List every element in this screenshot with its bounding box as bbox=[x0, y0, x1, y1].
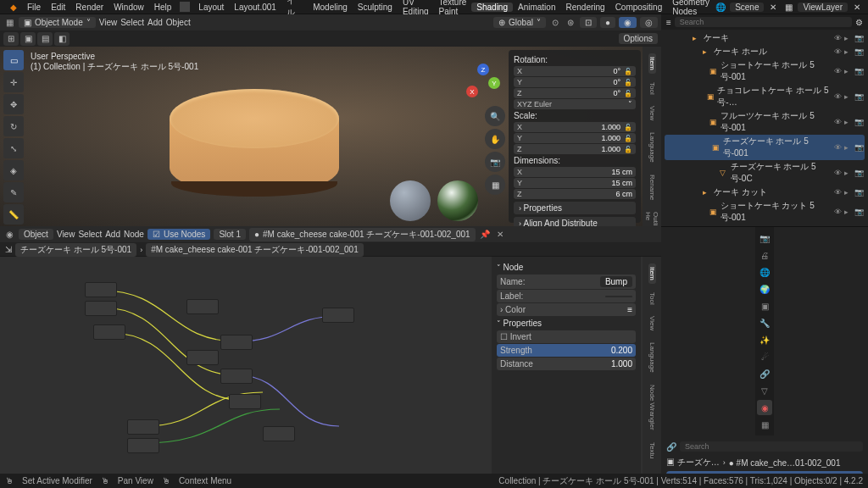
node-canvas[interactable]: ˅ Node Name:Bump Label: › Color≡ ˅ Prope… bbox=[0, 257, 661, 488]
panel-align[interactable]: › Align And Distribute bbox=[514, 217, 636, 226]
lock-icon[interactable]: 🔓 bbox=[624, 79, 632, 86]
eye-icon[interactable]: 👁 bbox=[834, 143, 843, 152]
tab-physics-icon[interactable]: ☄ bbox=[757, 349, 772, 364]
tab-particle-icon[interactable]: ✨ bbox=[757, 332, 772, 347]
tab-view[interactable]: View bbox=[648, 313, 656, 334]
link-icon[interactable]: 🔗 bbox=[666, 442, 676, 452]
measure-tool[interactable]: 📏 bbox=[3, 204, 24, 225]
editor-type-icon[interactable]: ▦ bbox=[3, 17, 15, 29]
mesh-cheesecake[interactable] bbox=[170, 89, 339, 208]
bread-material[interactable]: #M cake_cheese cake-001 チーズケーキ-001-002_0… bbox=[146, 243, 364, 257]
scale-y-field[interactable]: Y1.000🔓 bbox=[514, 133, 636, 143]
menu-select[interactable]: Select bbox=[78, 230, 102, 239]
node-label-input[interactable] bbox=[605, 296, 632, 297]
pan-icon[interactable]: ✋ bbox=[485, 129, 505, 149]
dim-y-field[interactable]: Y15 cm bbox=[514, 178, 636, 188]
lock-icon[interactable]: 🔓 bbox=[624, 146, 632, 153]
shading-wire[interactable]: ⊡ bbox=[580, 17, 597, 28]
annotate-tool[interactable]: ✎ bbox=[3, 182, 24, 202]
tab-world-icon[interactable]: 🌍 bbox=[757, 281, 772, 297]
tree-row[interactable]: ▸ケーキ ホール👁▸📷 bbox=[665, 45, 865, 58]
rot-x-field[interactable]: X0°🔓 bbox=[514, 66, 636, 76]
menu-object[interactable]: Object bbox=[166, 18, 191, 27]
lock-icon[interactable]: 🔓 bbox=[624, 135, 632, 142]
shader-node[interactable] bbox=[127, 419, 159, 435]
render-icon[interactable]: 📷 bbox=[854, 169, 863, 177]
ws-sculpting[interactable]: Sculpting bbox=[353, 3, 398, 12]
tab-output-icon[interactable]: 🖨 bbox=[757, 247, 772, 263]
tree-row[interactable]: ▸ケーキ👁▸📷 bbox=[665, 31, 865, 45]
mode-select[interactable]: ▣Object Mode ˅ bbox=[19, 17, 96, 28]
unlink-icon[interactable]: ✕ bbox=[767, 1, 779, 13]
tree-row[interactable]: ▣チョコレートケーキ ホール 5号-…👁▸📷 bbox=[665, 84, 865, 109]
unlink-icon[interactable]: ✕ bbox=[851, 1, 863, 13]
shader-node[interactable] bbox=[229, 394, 261, 409]
tool-shortcut-icon[interactable]: ⊞ bbox=[3, 32, 19, 46]
rotate-tool[interactable]: ↻ bbox=[3, 116, 24, 136]
viewport-3d[interactable]: ▭ ✛ ✥ ↻ ⤡ ◈ ✎ 📏 User Perspective (1) Col… bbox=[0, 47, 661, 226]
menu-window[interactable]: Window bbox=[108, 3, 149, 12]
menu-node[interactable]: Node bbox=[124, 230, 144, 239]
axis-y-icon[interactable]: Y bbox=[488, 77, 500, 89]
outliner-tree[interactable]: ▸ケーキ👁▸📷▸ケーキ ホール👁▸📷▣ショートケーキ ホール 5号-001👁▸📷… bbox=[661, 30, 868, 226]
editor-type-icon[interactable]: ◉ bbox=[3, 229, 15, 241]
strength-field[interactable]: Strength0.200 bbox=[497, 344, 636, 357]
ws-animation[interactable]: Animation bbox=[513, 3, 560, 12]
pin-icon[interactable]: 📌 bbox=[479, 229, 491, 241]
select-icon[interactable]: ▸ bbox=[844, 118, 853, 126]
slot-select[interactable]: Slot 1 bbox=[214, 229, 246, 240]
ws-shading[interactable]: Shading bbox=[471, 3, 513, 12]
menu-help[interactable]: Help bbox=[149, 3, 177, 12]
render-icon[interactable]: 📷 bbox=[854, 67, 863, 75]
scale-tool[interactable]: ⤡ bbox=[3, 138, 24, 158]
lock-icon[interactable]: 🔓 bbox=[624, 68, 632, 75]
transform-tool[interactable]: ◈ bbox=[3, 160, 24, 180]
shading-solid[interactable]: ● bbox=[600, 17, 615, 28]
shader-node[interactable] bbox=[220, 369, 253, 384]
bread-object[interactable]: チーズケーキ ホール 5号-001 bbox=[15, 243, 136, 257]
eye-icon[interactable]: 👁 bbox=[834, 67, 843, 75]
ws-rendering[interactable]: Rendering bbox=[560, 3, 609, 12]
material-select[interactable]: ● #M cake_cheese cake-001 チーズケーキ-001-002… bbox=[249, 228, 476, 241]
eye-icon[interactable]: 👁 bbox=[834, 47, 843, 56]
shader-node[interactable] bbox=[93, 324, 125, 340]
eye-icon[interactable]: 👁 bbox=[834, 188, 843, 197]
rot-z-field[interactable]: Z0°🔓 bbox=[514, 88, 636, 98]
menu-render[interactable]: Render bbox=[70, 3, 108, 12]
shader-node[interactable] bbox=[322, 308, 354, 323]
tab-view[interactable]: View bbox=[648, 103, 656, 124]
invert-toggle[interactable]: ☐ Invert bbox=[497, 330, 636, 343]
tree-row[interactable]: ▣ショートケーキ カット 5号-001👁▸📷 bbox=[665, 199, 865, 225]
panel-node-header[interactable]: ˅ Node bbox=[497, 263, 636, 272]
scene-select[interactable]: Scene bbox=[730, 3, 764, 12]
eye-icon[interactable]: 👁 bbox=[834, 118, 843, 126]
shader-node[interactable] bbox=[186, 350, 219, 365]
menu-view[interactable]: View bbox=[99, 18, 118, 27]
menu-view[interactable]: View bbox=[57, 230, 75, 239]
tab-item[interactable]: Item bbox=[648, 53, 656, 74]
tree-row[interactable]: ▣ショートケーキ ホール 5号-001👁▸📷 bbox=[665, 58, 865, 84]
cursor-tool[interactable]: ✛ bbox=[3, 72, 24, 92]
dim-z-field[interactable]: Z6 cm bbox=[514, 189, 636, 199]
move-tool[interactable]: ✥ bbox=[3, 94, 24, 114]
render-icon[interactable]: 📷 bbox=[854, 208, 863, 216]
lock-icon[interactable]: 🔓 bbox=[624, 90, 632, 97]
tab-render-icon[interactable]: 📷 bbox=[757, 230, 772, 246]
ws-compositing[interactable]: Compositing bbox=[610, 3, 668, 12]
tool-icon[interactable]: ▣ bbox=[20, 32, 36, 46]
tab-nodewrangler[interactable]: Node Wrangler bbox=[648, 381, 656, 434]
tab-modifier-icon[interactable]: 🔧 bbox=[757, 315, 772, 330]
render-icon[interactable]: 📷 bbox=[854, 188, 863, 197]
tab-tool[interactable]: Tool bbox=[648, 79, 656, 98]
tab-rename[interactable]: Rename bbox=[648, 171, 656, 203]
render-icon[interactable]: 📷 bbox=[854, 92, 863, 101]
panel-properties-header[interactable]: ˅ Properties bbox=[497, 319, 636, 328]
shader-node[interactable] bbox=[85, 282, 117, 297]
panel-properties[interactable]: › Properties bbox=[514, 202, 636, 214]
select-tool[interactable]: ▭ bbox=[3, 50, 24, 70]
lock-icon[interactable]: 🔓 bbox=[624, 124, 632, 131]
tab-object-icon[interactable]: ▣ bbox=[757, 298, 772, 313]
render-icon[interactable]: 📷 bbox=[854, 118, 863, 126]
tab-texture-icon[interactable]: ▦ bbox=[757, 417, 772, 432]
filter-icon[interactable]: ⚙ bbox=[855, 18, 863, 27]
